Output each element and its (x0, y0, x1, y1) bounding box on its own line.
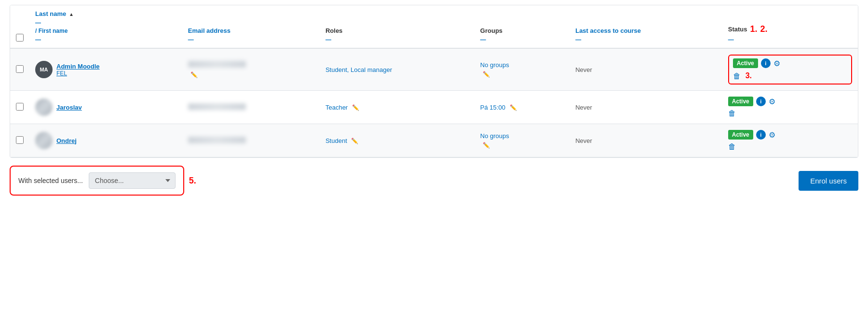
row1-lastaccess-text: Never (575, 66, 592, 73)
row3-groups-edit-icon[interactable]: ✏️ (483, 142, 490, 149)
row1-lastname-link[interactable]: Admin Moodle (56, 63, 100, 70)
col-header-email: Email address — (182, 5, 320, 48)
row2-lastaccess-text: Never (575, 104, 592, 111)
row2-status-row: Active i ⚙ (728, 97, 852, 106)
row3-status-cell: Active i ⚙ 🗑 (722, 124, 858, 157)
with-selected-label: With selected users... (18, 177, 83, 184)
with-selected-bar: With selected users... Choose... (10, 166, 184, 196)
lastaccess-sort-link[interactable]: Last access to course (575, 27, 641, 34)
row3-gear-icon[interactable]: ⚙ (769, 130, 775, 140)
row3-groups-cell: No groups ✏️ (475, 124, 570, 157)
firstname-filter[interactable]: — (35, 36, 176, 43)
row3-status-actions: Active i ⚙ 🗑 (728, 130, 852, 151)
row3-delete-icon[interactable]: 🗑 (728, 142, 736, 151)
row2-name-cell: Jaroslav (29, 91, 182, 124)
row2-gear-icon[interactable]: ⚙ (769, 97, 775, 106)
row3-role-edit-icon[interactable]: ✏️ (351, 138, 358, 144)
table-row: Jaroslav Teacher ✏️ Pá 15:00 ✏️ (10, 91, 858, 124)
row2-checkbox[interactable] (16, 103, 24, 111)
row2-avatar (35, 99, 53, 116)
page-container: 4. Last name ▲ — / First name — (10, 5, 858, 196)
annotation-3: 3. (746, 71, 752, 80)
col-header-status: Status 1. 2. — (722, 5, 858, 48)
firstname-sort-link[interactable]: / First name (35, 28, 68, 34)
annotation-1: 1. (750, 24, 757, 34)
row3-status-row: Active i ⚙ (728, 130, 852, 140)
status-header-wrapper: Status 1. 2. (728, 24, 852, 34)
row1-delete-row: 🗑 3. (733, 71, 847, 81)
row1-delete-icon[interactable]: 🗑 (733, 72, 741, 81)
col-header-name: Last name ▲ — / First name — (29, 5, 182, 48)
row2-firstname-link[interactable]: Jaroslav (56, 104, 82, 111)
row1-email-blurred (188, 61, 246, 68)
row1-role-link[interactable]: Student, Local manager (326, 66, 392, 73)
row3-groups-text: No groups (480, 132, 509, 140)
status-label: Status (728, 26, 747, 33)
annotation-5: 5. (189, 176, 196, 186)
col-header-roles: Roles — (320, 5, 475, 48)
sort-asc-icon: ▲ (69, 12, 74, 17)
status-filter[interactable]: — (728, 36, 852, 43)
row3-checkbox[interactable] (16, 136, 24, 144)
row2-status-actions: Active i ⚙ 🗑 (728, 97, 852, 118)
row1-gear-icon[interactable]: ⚙ (773, 59, 780, 68)
row1-groups-text: No groups (480, 61, 509, 69)
email-filter[interactable]: — (188, 36, 314, 43)
row2-name-wrapper: Jaroslav (35, 99, 176, 116)
table-row: MA Admin Moodle FEL ✏️ Student, Local ma… (10, 48, 858, 91)
row3-delete-row: 🗑 (728, 141, 852, 151)
annotation-2: 2. (760, 24, 767, 34)
row1-status-row: Active i ⚙ (733, 58, 847, 68)
row1-status-cell: Active i ⚙ 🗑 3. (722, 48, 858, 91)
row1-name-wrapper: MA Admin Moodle FEL (35, 61, 176, 78)
col-header-lastaccess: Last access to course — (570, 5, 722, 48)
row3-role-link[interactable]: Student (326, 137, 347, 144)
with-selected-dropdown[interactable]: Choose... (89, 172, 176, 189)
email-sort-link[interactable]: Email address (188, 27, 231, 34)
enrol-users-button[interactable]: Enrol users (799, 171, 858, 191)
users-table: 4. Last name ▲ — / First name — (10, 5, 858, 157)
row1-roles-cell: Student, Local manager (320, 48, 475, 91)
row1-active-badge: Active (733, 58, 758, 68)
row2-active-badge: Active (728, 97, 753, 106)
row2-checkbox-cell (10, 91, 29, 124)
row1-suffix-link[interactable]: FEL (56, 70, 100, 77)
row2-groups-edit-icon[interactable]: ✏️ (510, 104, 517, 111)
row2-delete-icon[interactable]: 🗑 (728, 109, 736, 118)
row1-name-text: Admin Moodle FEL (56, 63, 100, 77)
row2-role-link[interactable]: Teacher (326, 104, 348, 111)
row1-info-icon[interactable]: i (761, 58, 771, 68)
row3-firstname-link[interactable]: Ondrej (56, 137, 77, 144)
row3-lastaccess-cell: Never (570, 124, 722, 157)
row2-groups-cell: Pá 15:00 ✏️ (475, 91, 570, 124)
row2-delete-row: 🗑 (728, 108, 852, 118)
lastname-sort-link[interactable]: Last name (35, 10, 66, 17)
row3-email-blurred (188, 137, 246, 143)
row1-email-cell: ✏️ (182, 48, 320, 91)
groups-filter[interactable]: — (480, 36, 564, 43)
row2-lastaccess-cell: Never (570, 91, 722, 124)
row2-groups-link[interactable]: Pá 15:00 (480, 104, 505, 111)
row3-info-icon[interactable]: i (756, 130, 766, 140)
select-all-checkbox[interactable] (16, 34, 24, 42)
row1-avatar: MA (35, 61, 53, 78)
row2-role-edit-icon[interactable]: ✏️ (352, 104, 359, 111)
select-all-header: 4. (10, 5, 29, 48)
row3-avatar (35, 132, 53, 149)
row2-info-icon[interactable]: i (756, 97, 766, 106)
bottom-bar: With selected users... Choose... 5. Enro… (10, 166, 858, 196)
roles-label: Roles (326, 27, 342, 34)
row2-email-cell (182, 91, 320, 124)
row1-email-edit-icon[interactable]: ✏️ (190, 71, 198, 78)
row3-roles-cell: Student ✏️ (320, 124, 475, 157)
row3-name-cell: Ondrej (29, 124, 182, 157)
row1-groups-edit-icon[interactable]: ✏️ (483, 71, 490, 78)
row3-active-badge: Active (728, 130, 753, 140)
row2-email-blurred (188, 103, 246, 110)
lastaccess-filter[interactable]: — (575, 36, 717, 43)
lastname-filter[interactable]: — (35, 19, 176, 26)
roles-filter[interactable]: — (326, 36, 469, 43)
row3-email-cell (182, 124, 320, 157)
row1-checkbox[interactable] (16, 65, 24, 73)
groups-label: Groups (480, 27, 502, 34)
